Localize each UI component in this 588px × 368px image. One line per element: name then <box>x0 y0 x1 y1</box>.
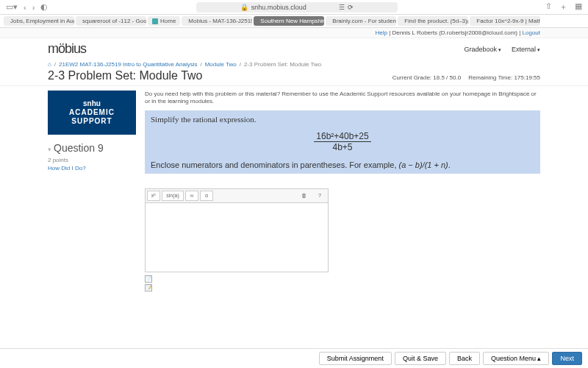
infinity-button[interactable]: ∞ <box>185 191 198 201</box>
help-text: Do you need help with this problem or th… <box>145 91 540 106</box>
browser-tab[interactable]: Mobius - MAT-136-J2519… <box>182 16 252 26</box>
url-text: snhu.mobius.cloud <box>251 4 306 11</box>
how-did-i-do-link[interactable]: How Did I Do? <box>48 165 136 171</box>
browser-tab[interactable]: Factor 10x^2-9x-9 | Math… <box>470 16 540 26</box>
tab-label: Find the product. (5d–3)(… <box>404 18 468 24</box>
answer-input[interactable] <box>145 202 329 272</box>
next-button[interactable]: Next <box>552 352 582 365</box>
problem-formula: 16b²+40b+25 4b+5 <box>151 131 534 153</box>
browser-tab[interactable]: Find the product. (5d–3)(… <box>398 16 468 26</box>
breadcrumb-module[interactable]: Module Two <box>205 61 237 68</box>
time-label: Remaining Time: <box>468 74 512 81</box>
grade-value: 18.5 / 50.0 <box>433 74 461 81</box>
breadcrumb-current: 2-3 Problem Set: Module Two <box>244 61 321 68</box>
lock-icon: 🔒 <box>240 4 248 11</box>
breadcrumb: ⌂ / 21EW2 MAT-136-J2519 Intro to Quantit… <box>0 60 588 69</box>
trig-button[interactable]: sin(a) <box>162 191 184 201</box>
collapse-icon[interactable]: ▾ <box>48 146 51 153</box>
gradebook-menu[interactable]: Gradebook <box>465 46 501 53</box>
browser-tab[interactable]: Jobs, Employment in Aug… <box>4 16 74 26</box>
back-button[interactable]: Back <box>449 352 480 365</box>
attachment-icon[interactable]: 📄 <box>145 275 152 283</box>
help-link[interactable]: Help <box>375 29 387 36</box>
external-menu[interactable]: External <box>512 46 540 53</box>
grade-label: Current Grade: <box>392 74 431 81</box>
tab-label: Mobius - MAT-136-J2519… <box>188 18 252 24</box>
support-badge[interactable]: snhu ACADEMIC SUPPORT <box>48 91 136 135</box>
url-bar[interactable]: 🔒 snhu.mobius.cloud ☰ ⟳ <box>54 2 539 13</box>
problem-box: Simplify the rational expression. 16b²+4… <box>145 110 540 174</box>
sidebar-toggle-icon[interactable]: ▭▾ <box>6 2 18 12</box>
alpha-button[interactable]: α <box>200 191 213 201</box>
browser-tab[interactable]: Home <box>148 16 180 26</box>
browser-tab[interactable]: Brainly.com - For student… <box>326 16 396 26</box>
question-header[interactable]: ▾Question 9 <box>48 142 136 154</box>
page-title: 2-3 Problem Set: Module Two <box>48 69 202 82</box>
tabs-icon[interactable]: ▦ <box>575 1 582 13</box>
tab-label: Home <box>160 18 176 24</box>
breadcrumb-course[interactable]: 21EW2 MAT-136-J2519 Intro to Quantitativ… <box>59 61 197 68</box>
tab-label: Brainly.com - For student… <box>332 18 396 24</box>
trash-icon[interactable]: 🗑 <box>297 191 310 201</box>
forward-arrow-icon[interactable]: › <box>32 3 35 12</box>
breadcrumb-home[interactable]: ⌂ <box>48 61 51 68</box>
tab-label: Factor 10x^2-9x-9 | Math… <box>476 18 540 24</box>
back-arrow-icon[interactable]: ‹ <box>24 3 26 12</box>
equation-toolbar: xᵇ sin(a) ∞ α 🗑 ? <box>145 188 329 202</box>
topbar: Help | Dennis L Roberts (D.robertsjr2008… <box>0 28 588 38</box>
share-icon[interactable]: ⇧ <box>545 1 552 13</box>
quit-save-button[interactable]: Quit & Save <box>395 352 446 365</box>
problem-prompt: Simplify the rational expression. <box>151 115 534 124</box>
tab-label: squareroot of -112 - Goo… <box>82 18 146 24</box>
problem-hint: Enclose numerators and denominators in p… <box>151 160 534 169</box>
shield-icon[interactable]: ◐ <box>40 2 48 12</box>
logout-link[interactable]: Logout <box>523 29 540 36</box>
exponent-button[interactable]: xᵇ <box>147 191 160 201</box>
time-value: 175:19:55 <box>514 74 540 81</box>
reload-icon[interactable]: ⟳ <box>348 4 354 11</box>
user-name: Dennis L Roberts (D.robertsjr2008@icloud… <box>392 29 517 36</box>
tab-label: Southern New Hampshire… <box>260 18 324 24</box>
tab-label: Jobs, Employment in Aug… <box>10 18 74 24</box>
question-menu-button[interactable]: Question Menu ▴ <box>483 352 550 365</box>
mobius-logo[interactable]: möbius <box>48 41 86 57</box>
submit-button[interactable]: Submit Assignment <box>319 352 392 365</box>
new-tab-icon[interactable]: ＋ <box>559 1 567 13</box>
reader-icon[interactable]: ☰ <box>339 4 345 11</box>
help-icon[interactable]: ? <box>313 191 326 201</box>
browser-tab[interactable]: Southern New Hampshire… <box>254 16 324 26</box>
note-icon[interactable]: 📝 <box>145 284 152 291</box>
favicon-icon <box>152 18 158 24</box>
browser-tab[interactable]: squareroot of -112 - Goo… <box>76 16 146 26</box>
points-label: 2 points <box>48 157 136 163</box>
